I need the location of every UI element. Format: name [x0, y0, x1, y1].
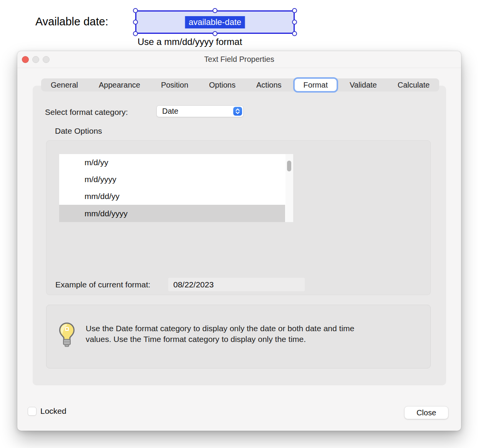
locked-checkbox[interactable]	[28, 407, 37, 416]
selection-handle[interactable]	[292, 31, 297, 36]
titlebar: Text Field Properties	[17, 51, 461, 68]
example-value: 08/22/2023	[168, 280, 214, 289]
window-title: Text Field Properties	[17, 55, 461, 64]
tab-content-panel: Select format category: Date Date Option…	[33, 86, 446, 385]
format-category-select[interactable]: Date	[156, 105, 244, 117]
field-name-highlight: available-date	[185, 16, 245, 28]
pdf-page: Available date: available-date Use a mm/…	[0, 0, 478, 448]
date-options-group: m/d/yy m/d/yyyy mm/dd/yy mm/dd/yyyy Exam…	[46, 140, 431, 295]
hint-text: Use the Date format category to display …	[86, 323, 380, 345]
tab-appearance[interactable]: Appearance	[88, 78, 151, 91]
available-date-field[interactable]: available-date	[135, 10, 295, 34]
lightbulb-icon	[58, 322, 76, 349]
list-item[interactable]: m/d/yy	[59, 154, 285, 171]
close-window-icon[interactable]	[22, 56, 29, 63]
selection-handle[interactable]	[212, 31, 217, 36]
date-options-label: Date Options	[55, 126, 102, 136]
traffic-lights	[22, 51, 50, 68]
selection-handle[interactable]	[133, 8, 138, 13]
format-category-value: Date	[157, 107, 178, 116]
locked-label: Locked	[40, 407, 66, 416]
zoom-window-icon	[43, 56, 50, 63]
tab-validate[interactable]: Validate	[339, 78, 387, 91]
locked-control: Locked	[28, 407, 66, 416]
tab-bar: General Appearance Position Options Acti…	[41, 78, 439, 91]
selection-handle[interactable]	[133, 20, 138, 25]
tab-actions[interactable]: Actions	[246, 78, 292, 91]
tab-calculate[interactable]: Calculate	[387, 78, 440, 91]
tab-options[interactable]: Options	[199, 78, 246, 91]
selection-handle[interactable]	[212, 8, 217, 13]
up-down-chevrons-icon	[233, 107, 242, 116]
scrollbar-thumb[interactable]	[287, 161, 291, 171]
close-button[interactable]: Close	[404, 406, 448, 419]
format-category-label: Select format category:	[45, 108, 128, 117]
scrollbar[interactable]	[285, 154, 293, 222]
text-field-properties-dialog: Text Field Properties Select format cate…	[17, 51, 461, 431]
example-value-field: 08/22/2023	[168, 278, 305, 291]
form-field-label: Available date:	[35, 15, 108, 28]
list-item-selected[interactable]: mm/dd/yyyy	[59, 205, 285, 222]
selection-handle[interactable]	[292, 20, 297, 25]
date-format-list: m/d/yy m/d/yyyy mm/dd/yy mm/dd/yyyy	[59, 154, 293, 222]
field-tooltip: Use a mm/dd/yyyy format	[138, 37, 242, 47]
hint-box: Use the Date format category to display …	[46, 305, 431, 368]
example-format-label: Example of current format:	[55, 280, 150, 289]
tab-position[interactable]: Position	[151, 78, 199, 91]
minimize-window-icon	[32, 56, 39, 63]
tab-format[interactable]: Format	[293, 77, 338, 93]
selection-handle[interactable]	[292, 8, 297, 13]
selection-handle[interactable]	[133, 31, 138, 36]
tab-general[interactable]: General	[40, 78, 88, 91]
list-item[interactable]: m/d/yyyy	[59, 171, 285, 188]
list-item[interactable]: mm/dd/yy	[59, 188, 285, 205]
